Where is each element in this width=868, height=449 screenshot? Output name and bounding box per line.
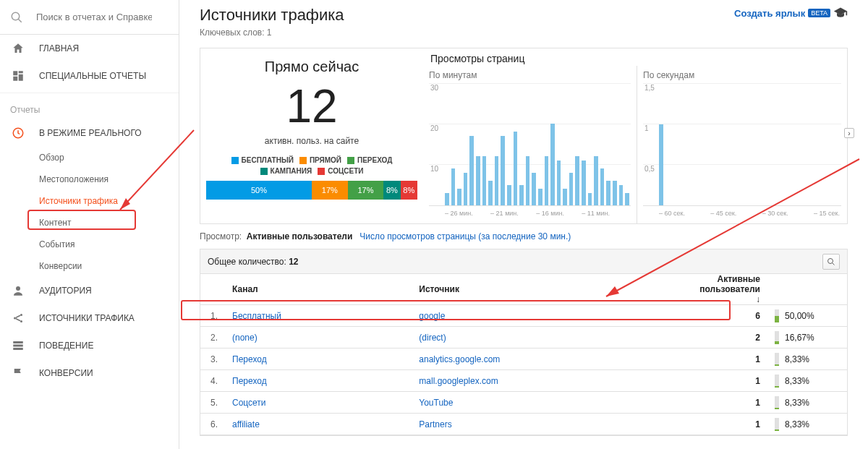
svg-rect-12 xyxy=(13,345,23,347)
chart-bar xyxy=(563,189,567,205)
table-row[interactable]: 6.affiliatePartners18,33% xyxy=(200,414,847,435)
chart-bar xyxy=(569,173,574,205)
create-shortcut-link[interactable]: Создать ярлык BETA xyxy=(734,6,848,20)
svg-point-14 xyxy=(828,258,833,263)
chart-bar xyxy=(600,168,605,205)
table-total-row: Общее количество: 12 xyxy=(200,249,847,274)
page-title: Источники трафика xyxy=(200,6,344,25)
chart-bar xyxy=(514,132,518,205)
legend-item: ПЕРЕХОД xyxy=(347,156,392,164)
nav-behavior[interactable]: ПОВЕДЕНИЕ xyxy=(0,332,179,359)
legend-item: КАМПАНИЯ xyxy=(260,167,312,175)
cell-count: 2 xyxy=(692,327,767,348)
person-icon xyxy=(10,283,26,299)
sub-content[interactable]: Контент xyxy=(0,212,179,234)
cell-channel[interactable]: Переход xyxy=(225,348,412,370)
view-active-users[interactable]: Активные пользователи xyxy=(247,231,353,241)
chart-bar xyxy=(588,193,592,205)
pageviews-title: Просмотры страниц xyxy=(423,48,847,66)
chart-bar xyxy=(488,181,493,205)
col-source[interactable]: Источник xyxy=(412,274,692,305)
table-row[interactable]: 4.Переходmall.googleplex.com18,33% xyxy=(200,370,847,392)
active-users-caption: активн. польз. на сайте xyxy=(206,136,417,146)
nav-conversions[interactable]: КОНВЕРСИИ xyxy=(0,359,179,387)
rows-icon xyxy=(10,338,26,354)
nav-realtime[interactable]: В РЕЖИМЕ РЕАЛЬНОГО xyxy=(0,119,179,147)
chart-bar xyxy=(507,185,511,205)
svg-point-8 xyxy=(14,317,16,320)
stack-segment: 8% xyxy=(401,181,417,200)
col-active-users[interactable]: Активные пользователи ↓ xyxy=(692,274,767,305)
page-subtitle: Ключевых слов: 1 xyxy=(200,27,344,38)
panel-right-now: Прямо сейчас 12 активн. польз. на сайте … xyxy=(200,48,423,223)
graduation-cap-icon xyxy=(833,6,848,20)
cell-channel[interactable]: Бесплатный xyxy=(225,305,412,327)
nav-realtime-label: В РЕЖИМЕ РЕАЛЬНОГО xyxy=(39,128,142,138)
table-total-value: 12 xyxy=(289,257,298,267)
cell-channel[interactable]: Переход xyxy=(225,370,412,392)
nav-custom-reports[interactable]: СПЕЦИАЛЬНЫЕ ОТЧЕТЫ xyxy=(0,62,179,90)
sub-overview[interactable]: Обзор xyxy=(0,147,179,168)
cell-pct: 50,00% xyxy=(767,305,847,327)
table-row[interactable]: 2.(none)(direct)216,67% xyxy=(200,327,847,348)
sub-events[interactable]: События xyxy=(0,234,179,255)
sources-table-wrap: Общее количество: 12 Канал Источник Акти… xyxy=(200,249,848,436)
nav-conversions-label: КОНВЕРСИИ xyxy=(39,368,93,378)
cell-pct: 8,33% xyxy=(767,414,847,435)
nav-custom-label: СПЕЦИАЛЬНЫЕ ОТЧЕТЫ xyxy=(39,71,146,81)
search-icon xyxy=(10,11,23,24)
chart-bar xyxy=(445,193,449,205)
cell-source[interactable]: (direct) xyxy=(412,327,692,348)
channel-stacked-bar: 50%17%17%8%8% xyxy=(206,181,417,200)
cell-source[interactable]: mall.googleplex.com xyxy=(412,370,692,392)
nav-acquisition-label: ИСТОЧНИКИ ТРАФИКА xyxy=(39,313,135,323)
sub-conversions[interactable]: Конверсии xyxy=(0,255,179,277)
legend-item: СОЦСЕТИ xyxy=(318,167,363,175)
cell-source[interactable]: google xyxy=(412,305,692,327)
stack-segment: 17% xyxy=(312,181,348,200)
cell-channel[interactable]: affiliate xyxy=(225,414,412,435)
nav-acquisition[interactable]: ИСТОЧНИКИ ТРАФИКА xyxy=(0,304,179,332)
sidebar: ГЛАВНАЯ СПЕЦИАЛЬНЫЕ ОТЧЕТЫ Отчеты В РЕЖИ… xyxy=(0,0,179,449)
table-row[interactable]: 1.Бесплатныйgoogle650,00% xyxy=(200,305,847,327)
chart-bar xyxy=(469,136,474,205)
table-search-button[interactable] xyxy=(822,254,840,270)
stack-segment: 50% xyxy=(206,181,312,200)
col-channel[interactable]: Канал xyxy=(225,274,412,305)
cell-source[interactable]: Partners xyxy=(412,414,692,435)
svg-line-15 xyxy=(833,262,835,265)
home-icon xyxy=(10,40,26,56)
sub-locations[interactable]: Местоположения xyxy=(0,168,179,190)
cell-channel[interactable]: Соцсети xyxy=(225,392,412,414)
beta-badge: BETA xyxy=(808,9,830,17)
cell-source[interactable]: YouTube xyxy=(412,392,692,414)
header: Источники трафика Ключевых слов: 1 Созда… xyxy=(200,6,848,38)
cell-channel[interactable]: (none) xyxy=(225,327,412,348)
nav-audience[interactable]: АУДИТОРИЯ xyxy=(0,277,179,304)
chart-bar xyxy=(532,173,536,205)
channel-legend: БЕСПЛАТНЫЙПРЯМОЙПЕРЕХОДКАМПАНИЯСОЦСЕТИ xyxy=(206,156,417,175)
svg-point-0 xyxy=(12,12,20,20)
svg-rect-5 xyxy=(13,77,17,81)
table-row[interactable]: 3.Переходanalytics.google.com18,33% xyxy=(200,348,847,370)
right-now-title: Прямо сейчас xyxy=(206,59,417,75)
svg-rect-4 xyxy=(19,74,23,81)
chart-bar xyxy=(619,185,624,205)
chart-bar xyxy=(501,136,505,205)
nav-home[interactable]: ГЛАВНАЯ xyxy=(0,35,179,62)
view-toggle-row: Просмотр: Активные пользователи Число пр… xyxy=(200,224,848,249)
cell-source[interactable]: analytics.google.com xyxy=(412,348,692,370)
view-pageviews-link[interactable]: Число просмотров страницы (за последние … xyxy=(359,231,571,241)
chart-bar xyxy=(476,156,480,205)
sub-traffic-sources[interactable]: Источники трафика xyxy=(0,190,179,212)
section-reports-label: Отчеты xyxy=(0,96,179,119)
chart-bar xyxy=(575,156,579,205)
table-row[interactable]: 5.СоцсетиYouTube18,33% xyxy=(200,392,847,414)
divider xyxy=(0,93,179,93)
cell-pct: 8,33% xyxy=(767,392,847,414)
chart-scroll-right[interactable]: › xyxy=(844,128,854,138)
svg-rect-13 xyxy=(13,348,23,350)
share-icon xyxy=(10,310,26,326)
search-row[interactable] xyxy=(0,0,179,35)
search-input[interactable] xyxy=(36,12,152,22)
